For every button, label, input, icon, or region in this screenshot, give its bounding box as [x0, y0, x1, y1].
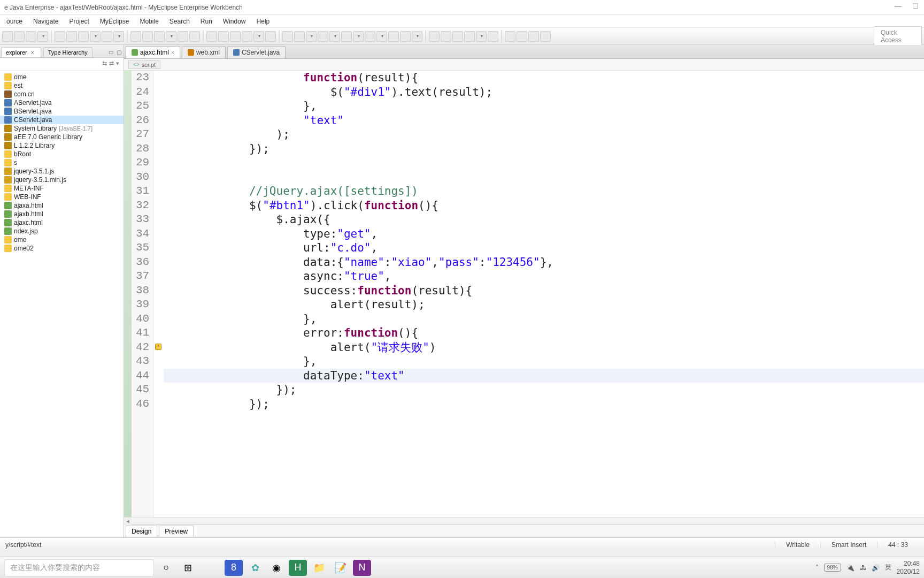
windows-search-input[interactable]: 在这里输入你要搜索的内容	[4, 559, 154, 576]
bottom-tab-preview[interactable]: Preview	[159, 526, 194, 537]
toolbar-button-31[interactable]	[388, 31, 399, 42]
menu-navigate[interactable]: Navigate	[29, 17, 63, 26]
toolbar-button-22[interactable]	[282, 31, 293, 42]
battery-icon[interactable]: 98%	[824, 564, 841, 572]
toolbar-button-28[interactable]	[353, 31, 364, 42]
editor-tab-web-xml[interactable]: web.xml	[182, 46, 226, 58]
toolbar-button-27[interactable]	[341, 31, 352, 42]
toolbar-button-36[interactable]	[452, 31, 463, 42]
toolbar-button-41[interactable]	[517, 31, 527, 42]
breadcrumb-script[interactable]: <> script	[128, 60, 160, 69]
toolbar-button-7[interactable]	[90, 31, 101, 42]
code-body[interactable]: function(result){ $("#div1").text(result…	[164, 71, 924, 517]
tree-item-ome[interactable]: ome	[0, 235, 124, 244]
volume-icon[interactable]: 🔊	[872, 564, 880, 572]
scroll-left-icon[interactable]: ◄	[124, 518, 132, 525]
app-myeclipse-icon[interactable]: 8	[225, 560, 243, 576]
toolbar-button-21[interactable]	[265, 31, 276, 42]
code-editor[interactable]: 23 24 25 26 27 28 29 30 31 32 33 34 35 3…	[124, 71, 924, 517]
menu-project[interactable]: Project	[65, 17, 93, 26]
menu-run[interactable]: Run	[196, 17, 217, 26]
tree-item-ajaxa-html[interactable]: ajaxa.html	[0, 201, 124, 210]
toolbar-button-19[interactable]	[242, 31, 252, 42]
toolbar-button-17[interactable]	[218, 31, 229, 42]
tree-item-ome02[interactable]: ome02	[0, 244, 124, 253]
tree-item-s[interactable]: s	[0, 158, 124, 167]
app-notepad-icon[interactable]: 📝	[332, 560, 350, 576]
toolbar-button-34[interactable]	[429, 31, 440, 42]
minimize-button[interactable]: —	[895, 2, 902, 10]
tree-item-com-cn[interactable]: com.cn	[0, 90, 124, 98]
tree-item-broot[interactable]: bRoot	[0, 150, 124, 158]
app-onenote-icon[interactable]: N	[353, 560, 371, 576]
menu-ource[interactable]: ource	[2, 17, 27, 26]
horizontal-scrollbar[interactable]: ◄	[124, 517, 924, 524]
toolbar-button-15[interactable]	[189, 31, 200, 42]
menu-window[interactable]: Window	[219, 17, 250, 26]
editor-tab-CServlet-java[interactable]: CServlet.java	[227, 46, 286, 58]
folding-ruler[interactable]	[124, 71, 132, 517]
tree-item-ome[interactable]: ome	[0, 73, 124, 81]
ime-indicator[interactable]: 英	[885, 563, 891, 572]
toolbar-button-6[interactable]	[78, 31, 89, 42]
close-icon[interactable]: ×	[29, 50, 36, 56]
toolbar-button-12[interactable]	[154, 31, 165, 42]
toolbar-button-4[interactable]	[55, 31, 65, 42]
power-icon[interactable]: 🔌	[846, 564, 854, 572]
app-wechat-icon[interactable]: ✿	[246, 560, 264, 576]
tree-item-ajaxb-html[interactable]: ajaxb.html	[0, 210, 124, 218]
app-explorer-icon[interactable]: 📁	[310, 560, 328, 576]
tree-item-l-1-2-2-library[interactable]: L 1.2.2 Library	[0, 141, 124, 150]
cortana-icon[interactable]: ○	[157, 560, 175, 576]
tree-item-aservlet-java[interactable]: AServlet.java	[0, 98, 124, 107]
toolbar-button-32[interactable]	[400, 31, 411, 42]
toolbar-button-5[interactable]	[66, 31, 77, 42]
toolbar-button-29[interactable]	[365, 31, 375, 42]
toolbar-button-26[interactable]	[329, 31, 340, 42]
tree-item-jquery-3-5-1-js[interactable]: jquery-3.5.1.js	[0, 167, 124, 176]
tree-item-ndex-jsp[interactable]: ndex.jsp	[0, 227, 124, 235]
menu-help[interactable]: Help	[252, 17, 274, 26]
tree-item-meta-inf[interactable]: META-INF	[0, 184, 124, 193]
quickfix-icon[interactable]: !	[155, 344, 161, 350]
toolbar-button-9[interactable]	[113, 31, 124, 42]
toolbar-button-43[interactable]	[540, 31, 551, 42]
quick-access-input[interactable]: Quick Access	[874, 26, 922, 47]
collapse-all-icon[interactable]: ⇆	[102, 60, 107, 68]
tree-item-bservlet-java[interactable]: BServlet.java	[0, 107, 124, 116]
menu-search[interactable]: Search	[165, 17, 194, 26]
toolbar-button-14[interactable]	[178, 31, 188, 42]
toolbar-button-30[interactable]	[376, 31, 387, 42]
toolbar-button-3[interactable]	[37, 31, 48, 42]
toolbar-button-0[interactable]	[2, 31, 13, 42]
toolbar-button-38[interactable]	[476, 31, 487, 42]
close-icon[interactable]: ×	[171, 50, 174, 56]
tree-item-aee-7-0-generic-library[interactable]: aEE 7.0 Generic Library	[0, 133, 124, 141]
editor-tab-ajaxc-html[interactable]: ajaxc.html×	[126, 46, 180, 58]
toolbar-button-1[interactable]	[14, 31, 25, 42]
view-menu-icon[interactable]: ▾	[116, 60, 119, 68]
menu-mobile[interactable]: Mobile	[135, 17, 163, 26]
tree-item-est[interactable]: est	[0, 81, 124, 90]
tree-item-system-library[interactable]: System Library[JavaSE-1.7]	[0, 124, 124, 133]
toolbar-button-37[interactable]	[464, 31, 475, 42]
toolbar-button-40[interactable]	[505, 31, 515, 42]
toolbar-button-23[interactable]	[294, 31, 305, 42]
toolbar-button-18[interactable]	[230, 31, 241, 42]
toolbar-button-11[interactable]	[142, 31, 153, 42]
tree-item-ajaxc-html[interactable]: ajaxc.html	[0, 218, 124, 227]
menu-myeclipse[interactable]: MyEclipse	[96, 17, 134, 26]
app-chrome-icon[interactable]: ◉	[267, 560, 286, 576]
minimize-view-icon[interactable]: ▭	[107, 48, 114, 56]
toolbar-button-16[interactable]	[206, 31, 217, 42]
toolbar-button-35[interactable]	[441, 31, 451, 42]
maximize-view-icon[interactable]: ▢	[116, 48, 122, 56]
tab-explorer[interactable]: explorer ×	[1, 47, 41, 57]
toolbar-button-24[interactable]	[306, 31, 317, 42]
tree-item-cservlet-java[interactable]: CServlet.java	[0, 116, 124, 124]
toolbar-button-8[interactable]	[102, 31, 112, 42]
link-editor-icon[interactable]: ⇄	[109, 60, 114, 68]
toolbar-button-13[interactable]	[166, 31, 176, 42]
toolbar-button-2[interactable]	[26, 31, 36, 42]
tree-item-jquery-3-5-1-min-js[interactable]: jquery-3.5.1.min.js	[0, 176, 124, 184]
